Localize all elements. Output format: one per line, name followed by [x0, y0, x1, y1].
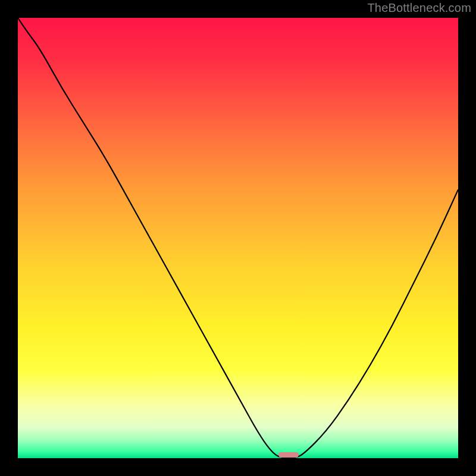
chart-frame: TheBottleneck.com — [0, 0, 476, 476]
chart-svg — [18, 18, 458, 458]
plot-area — [18, 18, 458, 458]
optimum-marker — [278, 452, 298, 458]
gradient-rect — [18, 18, 458, 458]
watermark-text: TheBottleneck.com — [367, 1, 471, 15]
